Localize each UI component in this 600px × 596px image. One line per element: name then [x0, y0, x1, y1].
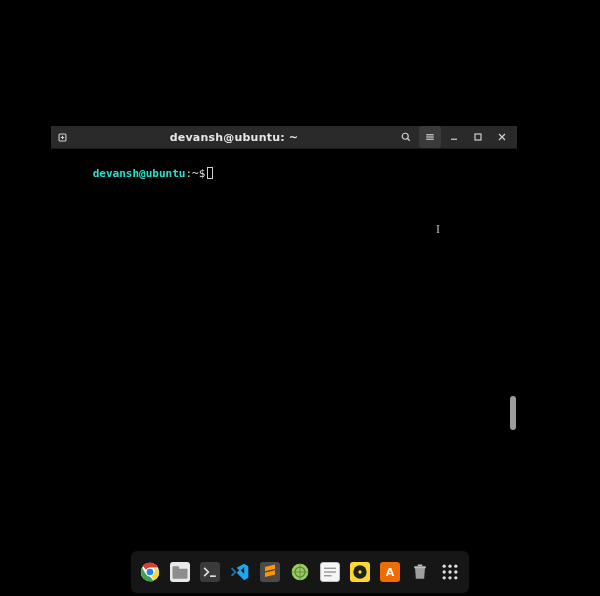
prompt-dollar: $ [199, 167, 206, 180]
svg-rect-15 [173, 569, 188, 579]
apps-grid-icon[interactable] [439, 561, 461, 583]
svg-point-3 [402, 133, 408, 139]
prompt-line: devansh@ubuntu:~$ [53, 167, 213, 193]
svg-point-31 [448, 570, 451, 573]
maximize-button[interactable] [467, 126, 489, 148]
minimize-button[interactable] [443, 126, 465, 148]
dock: A [131, 551, 469, 593]
music-icon[interactable] [349, 561, 371, 583]
new-tab-button[interactable] [51, 126, 73, 148]
notes-icon[interactable] [319, 561, 341, 583]
prompt-user-host: devansh@ubuntu [93, 167, 186, 180]
svg-point-24 [358, 570, 361, 573]
terminal-icon[interactable] [199, 561, 221, 583]
sublime-icon[interactable] [259, 561, 281, 583]
terminal-content[interactable]: devansh@ubuntu:~$ I [51, 149, 509, 432]
svg-point-30 [443, 570, 446, 573]
svg-rect-9 [475, 134, 481, 140]
mouse-ibeam-cursor: I [436, 223, 442, 235]
chrome-icon[interactable] [139, 561, 161, 583]
svg-point-34 [448, 576, 451, 579]
svg-point-28 [448, 565, 451, 568]
scrollbar[interactable] [509, 149, 517, 432]
text-cursor [207, 167, 213, 179]
terminal-body[interactable]: devansh@ubuntu:~$ I [51, 149, 517, 432]
svg-point-14 [147, 569, 154, 576]
browser-icon[interactable] [289, 561, 311, 583]
svg-point-27 [443, 565, 446, 568]
scrollbar-thumb[interactable] [510, 396, 516, 430]
svg-rect-26 [418, 565, 423, 567]
vscode-icon[interactable] [229, 561, 251, 583]
files-icon[interactable] [169, 561, 191, 583]
software-icon[interactable]: A [379, 561, 401, 583]
terminal-window: devansh@ubuntu: ~ devansh@ubuntu:~$ I [51, 126, 517, 432]
svg-rect-16 [173, 566, 180, 569]
search-button[interactable] [395, 126, 417, 148]
svg-rect-25 [414, 566, 426, 568]
trash-icon[interactable] [409, 561, 431, 583]
svg-point-35 [454, 576, 457, 579]
svg-point-29 [454, 565, 457, 568]
window-title: devansh@ubuntu: ~ [73, 131, 395, 144]
close-button[interactable] [491, 126, 513, 148]
prompt-path: ~ [192, 167, 199, 180]
menu-button[interactable] [419, 126, 441, 148]
svg-point-32 [454, 570, 457, 573]
svg-line-4 [408, 139, 410, 141]
svg-point-33 [443, 576, 446, 579]
titlebar[interactable]: devansh@ubuntu: ~ [51, 126, 517, 149]
